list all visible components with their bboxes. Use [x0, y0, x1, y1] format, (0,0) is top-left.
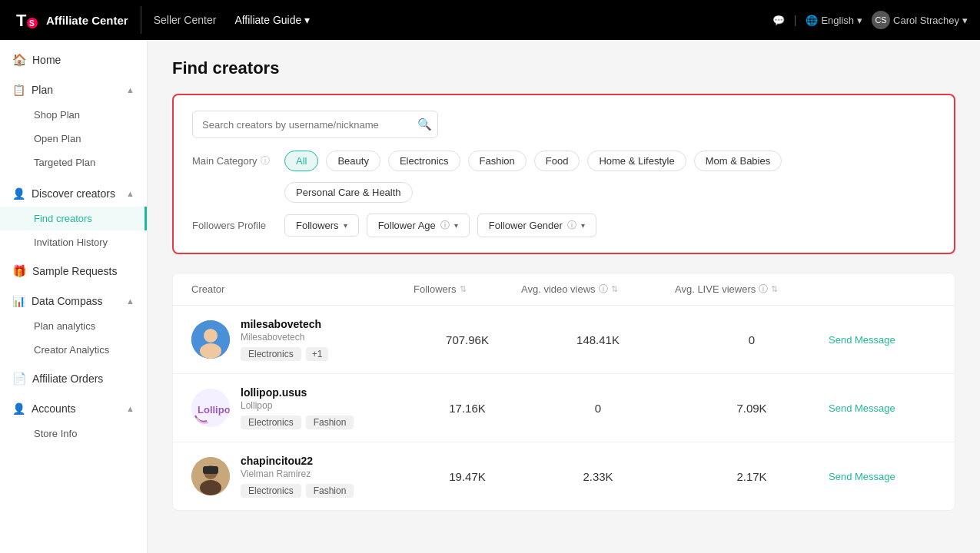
category-home-lifestyle[interactable]: Home & Lifestyle — [587, 151, 686, 171]
category-food[interactable]: Food — [534, 151, 580, 171]
sidebar-child-store-info[interactable]: Store Info — [0, 422, 147, 445]
sidebar-section-discover-creators[interactable]: 👤 Discover creators ▲ — [0, 180, 147, 207]
creator-handle: Lollipop — [241, 400, 354, 411]
sidebar-section-plan[interactable]: 📋 Plan ▲ — [0, 77, 147, 103]
home-icon: 🏠 — [12, 53, 26, 67]
follower-gender-dropdown[interactable]: Follower Gender ⓘ ▾ — [477, 214, 596, 237]
category-filter-row: Main Category ⓘ All Beauty Electronics F… — [192, 151, 935, 171]
sort-icon[interactable]: ⇅ — [771, 284, 778, 294]
stat-avg-video: 148.41K — [521, 333, 675, 346]
creator-handle: Milesabovetech — [241, 332, 328, 343]
sidebar-child-find-creators[interactable]: Find creators — [0, 207, 147, 230]
creator-tag: Fashion — [306, 416, 354, 429]
category-electronics[interactable]: Electronics — [388, 151, 460, 171]
sidebar-section-data-compass[interactable]: 📊 Data Compass ▲ — [0, 288, 147, 314]
col-followers: Followers ⇅ — [414, 283, 521, 295]
sidebar-child-shop-plan[interactable]: Shop Plan — [0, 103, 147, 127]
creator-tag: Electronics — [241, 484, 301, 498]
chevron-down-icon: ▾ — [962, 15, 968, 26]
sort-icon[interactable]: ⇅ — [611, 284, 618, 294]
stat-followers: 19.47K — [414, 470, 521, 483]
sidebar-child-plan-analytics[interactable]: Plan analytics — [0, 314, 147, 338]
chevron-up-icon: ▲ — [126, 189, 135, 198]
creator-tag: Electronics — [241, 347, 301, 361]
sidebar-item-home[interactable]: 🏠 Home — [0, 46, 147, 74]
nav-affiliate-guide[interactable]: Affiliate Guide ▾ — [234, 14, 310, 26]
send-message-button[interactable]: Send Message — [829, 334, 936, 346]
creator-info: chapincitou22 Vielman Ramirez Electronic… — [191, 455, 414, 498]
category-mom-babies[interactable]: Mom & Babies — [694, 151, 782, 171]
avatar — [191, 457, 230, 495]
orders-icon: 📄 — [12, 372, 26, 386]
search-input[interactable] — [192, 111, 438, 138]
followers-profile-label: Followers Profile — [192, 220, 277, 231]
plan-icon: 📋 — [12, 84, 25, 96]
sort-icon[interactable]: ⇅ — [460, 284, 467, 294]
followers-dropdown[interactable]: Followers ▾ — [284, 214, 359, 237]
svg-point-11 — [200, 480, 221, 495]
brand-title: Affiliate Center — [46, 14, 128, 27]
search-button[interactable]: 🔍 — [417, 118, 432, 131]
creator-username[interactable]: milesabovetech — [241, 318, 328, 330]
chevron-up-icon: ▲ — [126, 296, 135, 306]
sidebar-child-creator-analytics[interactable]: Creator Analytics — [0, 338, 147, 362]
creator-info: Lollipop lollipop.usus Lollipop Electron… — [191, 386, 414, 429]
nav-seller-center[interactable]: Seller Center — [154, 14, 217, 26]
sidebar-item-sample-requests[interactable]: 🎁 Sample Requests — [0, 257, 147, 285]
category-fashion[interactable]: Fashion — [468, 151, 527, 171]
svg-text:S: S — [29, 19, 35, 28]
sidebar-section-accounts[interactable]: 👤 Accounts ▲ — [0, 396, 147, 422]
svg-text:T: T — [16, 11, 27, 30]
svg-point-6 — [200, 343, 221, 359]
sidebar: 🏠 Home 📋 Plan ▲ Shop Plan Open Plan Targ… — [0, 40, 148, 553]
gift-icon: 🎁 — [12, 264, 26, 278]
personal-care-row: Personal Care & Health — [192, 182, 935, 203]
sidebar-child-invitation-history[interactable]: Invitation History — [0, 230, 147, 254]
table-row: Lollipop lollipop.usus Lollipop Electron… — [173, 374, 955, 442]
avatar-image — [191, 320, 230, 359]
creator-text-info: milesabovetech Milesabovetech Electronic… — [241, 318, 328, 361]
send-message-button[interactable]: Send Message — [829, 471, 936, 482]
creator-username[interactable]: lollipop.usus — [241, 386, 354, 399]
send-message-button[interactable]: Send Message — [829, 402, 936, 414]
chevron-down-icon: ▾ — [454, 221, 458, 230]
sidebar-child-open-plan[interactable]: Open Plan — [0, 127, 147, 151]
chevron-up-icon: ▲ — [126, 85, 135, 94]
stat-avg-live: 2.17K — [675, 470, 829, 483]
brand-logo-area: T S Affiliate Center — [12, 6, 141, 34]
svg-rect-12 — [203, 466, 218, 474]
sidebar-child-targeted-plan[interactable]: Targeted Plan — [0, 151, 147, 174]
search-row: 🔍 — [192, 111, 935, 138]
tiktok-shop-logo: T S — [12, 6, 40, 34]
svg-point-5 — [204, 329, 218, 343]
nav-right-area: 💬 | 🌐 English ▾ CS Carol Strachey ▾ — [772, 11, 968, 29]
info-icon: ⓘ — [440, 219, 450, 232]
language-selector[interactable]: 🌐 English ▾ — [806, 15, 862, 26]
creator-tag-count: +1 — [306, 347, 329, 361]
chat-icon-btn[interactable]: 💬 — [772, 15, 785, 26]
follower-age-dropdown[interactable]: Follower Age ⓘ ▾ — [367, 214, 470, 237]
category-all[interactable]: All — [284, 151, 318, 171]
category-beauty[interactable]: Beauty — [326, 151, 380, 171]
avatar-image: Lollipop — [191, 389, 230, 427]
info-icon: ⓘ — [759, 283, 768, 296]
user-menu[interactable]: CS Carol Strachey ▾ — [872, 11, 968, 29]
chevron-down-icon: ▾ — [344, 221, 347, 230]
table-row: milesabovetech Milesabovetech Electronic… — [173, 306, 955, 374]
sidebar-item-affiliate-orders[interactable]: 📄 Affiliate Orders — [0, 365, 147, 392]
account-icon: 👤 — [12, 402, 25, 415]
avatar — [191, 320, 230, 359]
creator-username[interactable]: chapincitou22 — [241, 455, 354, 467]
table-header: Creator Followers ⇅ Avg. video views ⓘ ⇅… — [173, 273, 955, 306]
chart-icon: 📊 — [12, 295, 25, 307]
chevron-down-icon: ▾ — [581, 221, 585, 230]
creator-text-info: chapincitou22 Vielman Ramirez Electronic… — [241, 455, 354, 498]
stat-avg-video: 0 — [521, 402, 675, 415]
category-personal-care[interactable]: Personal Care & Health — [284, 182, 413, 203]
col-avg-video: Avg. video views ⓘ ⇅ — [521, 283, 675, 296]
creator-text-info: lollipop.usus Lollipop Electronics Fashi… — [241, 386, 354, 429]
chevron-down-icon: ▾ — [304, 14, 310, 26]
creator-tag: Fashion — [306, 484, 354, 498]
avatar: Lollipop — [191, 389, 230, 427]
page-title: Find creators — [172, 58, 955, 78]
